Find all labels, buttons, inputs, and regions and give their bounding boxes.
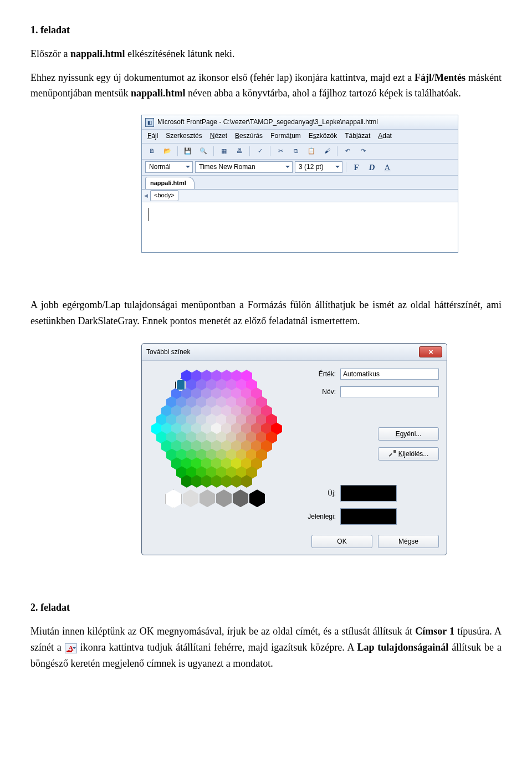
redo-icon[interactable]: ↷ — [356, 145, 370, 157]
grayscale-row[interactable] — [165, 489, 294, 508]
frontpage-canvas[interactable] — [142, 202, 458, 252]
frontpage-toolbar-main: 🗎 📂 💾 🔍 ▦ 🖶 ✓ ✂ ⧉ 📋 🖌 ↶ ↷ — [142, 144, 458, 160]
publish-icon[interactable]: ▦ — [217, 145, 231, 157]
current-color-swatch — [340, 508, 397, 525]
nev-field[interactable] — [340, 386, 439, 397]
t1p2e: néven abba a könyvtárba, ahol a fájlhoz … — [186, 88, 461, 99]
find-icon[interactable]: 🔍 — [197, 145, 210, 157]
jelenlegi-label: Jelenlegi: — [304, 512, 336, 522]
menu-nezet[interactable]: Nézet — [210, 131, 227, 141]
copy-icon[interactable]: ⧉ — [289, 145, 303, 157]
frontpage-title: Microsoft FrontPage - C:\vezer\TAMOP_seg… — [157, 117, 378, 127]
document-tab[interactable]: nappali.html — [145, 177, 195, 190]
gray-white[interactable] — [165, 489, 182, 508]
font-color-icon[interactable] — [65, 643, 77, 653]
mid-paragraph: A jobb egérgomb/Lap tulajdonságai menüpo… — [30, 297, 502, 329]
t1p1b: nappali.html — [70, 48, 125, 59]
undo-icon[interactable]: ↶ — [341, 145, 354, 157]
ok-button[interactable]: OK — [311, 535, 372, 548]
print-icon[interactable]: 🖶 — [233, 145, 246, 157]
breadcrumb-body[interactable]: <body> — [150, 190, 178, 201]
gray-1[interactable] — [183, 489, 198, 507]
kijeloles-button[interactable]: Kijelölés... — [378, 447, 439, 461]
task1-body: Ehhez nyissunk egy új dokumentumot az ik… — [30, 70, 502, 102]
fontsize-dropdown[interactable]: 3 (12 pt) — [295, 161, 342, 173]
colors-dialog-title: További színek — [146, 347, 190, 357]
text-caret-icon — [149, 208, 149, 221]
frontpage-breadcrumb: ◀ <body> — [142, 190, 458, 202]
t1p2b: Fájl/Mentés — [415, 72, 466, 83]
save-icon[interactable]: 💾 — [181, 145, 195, 157]
t2d: ikonra kattintva tudjuk átállítani fehér… — [77, 642, 357, 653]
gray-4[interactable] — [233, 489, 248, 507]
frontpage-menubar: Fájl Szerkesztés Nézet Beszúrás Formátum… — [142, 130, 458, 143]
gray-2[interactable] — [200, 489, 215, 507]
t1p2d: nappali.html — [131, 88, 186, 99]
t1p1a: Először a — [30, 48, 70, 59]
open-folder-icon[interactable]: 📂 — [161, 145, 174, 157]
t2a: Miután innen kiléptünk az OK megnyomásáv… — [30, 626, 415, 637]
frontpage-window: ◧ Microsoft FrontPage - C:\vezer\TAMOP_s… — [141, 115, 458, 253]
frontpage-toolbar-format: Normál Times New Roman 3 (12 pt) F D A — [142, 160, 458, 176]
frontpage-titlebar: ◧ Microsoft FrontPage - C:\vezer\TAMOP_s… — [142, 115, 458, 130]
task2-heading: 2. feladat — [30, 600, 502, 616]
t2e: Lap tulajdonságainál — [357, 642, 448, 653]
task2-body: Miután innen kiléptünk az OK megnyomásáv… — [30, 623, 502, 671]
frontpage-app-icon: ◧ — [145, 118, 154, 127]
cut-icon[interactable]: ✂ — [274, 145, 287, 157]
new-color-swatch — [340, 485, 397, 502]
font-dropdown[interactable]: Times New Roman — [195, 161, 293, 173]
nev-label: Név: — [304, 387, 336, 397]
colors-dialog: További színek ✕ Érték: Automatikus Név: — [141, 343, 447, 555]
format-painter-icon[interactable]: 🖌 — [320, 145, 334, 157]
paste-icon[interactable]: 📋 — [305, 145, 318, 157]
uj-label: Új: — [304, 488, 336, 499]
bold-button[interactable]: F — [350, 161, 363, 173]
italic-button[interactable]: D — [365, 161, 378, 173]
ertek-field[interactable]: Automatikus — [340, 369, 439, 380]
menu-szerkesztes[interactable]: Szerkesztés — [166, 131, 202, 141]
breadcrumb-arrow-left-icon[interactable]: ◀ — [144, 192, 148, 200]
spellcheck-icon[interactable]: ✓ — [253, 145, 267, 157]
menu-fajl[interactable]: Fájl — [147, 131, 158, 141]
task1-heading: 1. feladat — [30, 22, 502, 38]
close-icon[interactable]: ✕ — [419, 346, 442, 357]
egyeni-button[interactable]: Egyéni... — [378, 427, 439, 441]
gray-black[interactable] — [249, 489, 265, 507]
ertek-label: Érték: — [304, 369, 336, 380]
eyedropper-icon — [388, 450, 396, 458]
color-hexagon-picker[interactable] — [150, 369, 283, 485]
task1-intro: Először a nappali.html elkészítésének lá… — [30, 46, 502, 62]
t2b: Címsor 1 — [415, 626, 454, 637]
colors-dialog-titlebar: További színek ✕ — [142, 344, 447, 361]
menu-eszkozok[interactable]: Eszközök — [309, 131, 337, 141]
menu-formatum[interactable]: Formátum — [270, 131, 301, 141]
style-dropdown[interactable]: Normál — [145, 161, 193, 173]
menu-tablazat[interactable]: Táblázat — [345, 131, 370, 141]
t1p1c: elkészítésének látunk neki. — [125, 48, 235, 59]
t1p2a: Ehhez nyissunk egy új dokumentumot az ik… — [30, 72, 415, 83]
menu-adat[interactable]: Adat — [378, 131, 392, 141]
gray-3[interactable] — [216, 489, 232, 507]
menu-beszuras[interactable]: Beszúrás — [235, 131, 263, 141]
underline-button[interactable]: A — [381, 161, 394, 173]
cancel-button[interactable]: Mégse — [378, 535, 439, 548]
frontpage-tabs: nappali.html — [142, 176, 458, 190]
new-file-icon[interactable]: 🗎 — [145, 145, 158, 157]
